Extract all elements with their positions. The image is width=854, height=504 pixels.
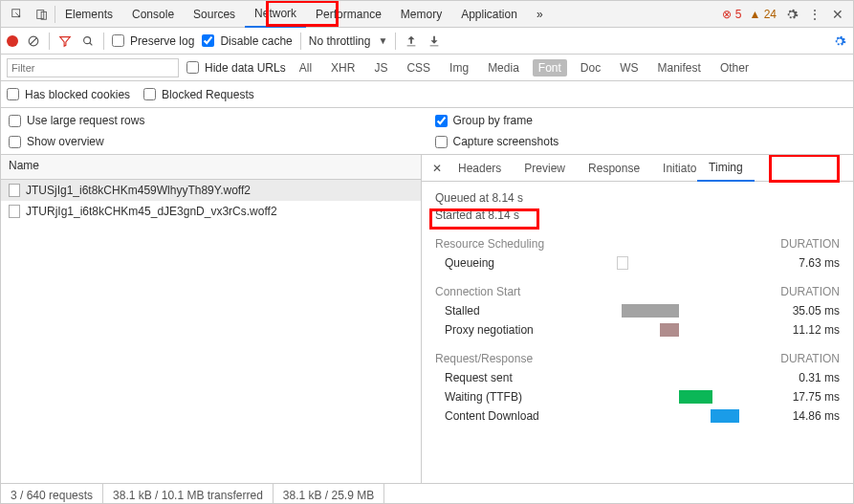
- throttle-label: No throttling: [309, 34, 371, 48]
- filter-other[interactable]: Other: [714, 59, 755, 77]
- table-row[interactable]: JTURjIg1_i6t8kCHKm45_dJE3gnD_vx3rCs.woff…: [1, 201, 421, 222]
- capture-shots-checkbox[interactable]: Capture screenshots: [435, 135, 846, 148]
- started-at: Started at 8.14 s: [435, 208, 840, 222]
- preserve-log-checkbox[interactable]: Preserve log: [112, 34, 194, 48]
- tab-elements[interactable]: Elements: [55, 1, 122, 28]
- kebab-menu-icon[interactable]: ⋮: [807, 7, 822, 22]
- column-header-name[interactable]: Name: [1, 155, 421, 180]
- blocked-requests-label: Blocked Requests: [162, 88, 254, 101]
- tab-sources[interactable]: Sources: [184, 1, 245, 28]
- filter-manifest[interactable]: Manifest: [652, 59, 707, 77]
- timing-row: Request sent0.31 ms: [435, 371, 840, 384]
- blocked-cookies-checkbox[interactable]: Has blocked cookies: [7, 88, 130, 101]
- file-icon: [9, 205, 20, 218]
- filter-doc[interactable]: Doc: [575, 59, 606, 77]
- close-detail-icon[interactable]: ✕: [427, 162, 447, 175]
- close-icon[interactable]: ✕: [830, 7, 845, 22]
- filter-ws[interactable]: WS: [614, 59, 644, 77]
- group-frame-label: Group by frame: [453, 114, 533, 127]
- tab-more[interactable]: »: [527, 1, 553, 28]
- tab-preview[interactable]: Preview: [513, 155, 577, 182]
- error-count[interactable]: ⊗ 5: [722, 8, 741, 21]
- file-icon: [9, 184, 20, 197]
- tab-application[interactable]: Application: [451, 1, 527, 28]
- warning-count[interactable]: ▲ 24: [749, 8, 777, 21]
- show-overview-label: Show overview: [27, 135, 104, 148]
- large-rows-label: Use large request rows: [27, 114, 144, 127]
- warning-num: 24: [764, 8, 777, 21]
- tab-network[interactable]: Network: [245, 1, 306, 28]
- search-icon[interactable]: [80, 33, 96, 49]
- table-row[interactable]: JTUSjIg1_i6t8kCHKm459WlhyyTh89Y.woff2: [1, 180, 421, 201]
- tab-console[interactable]: Console: [122, 1, 184, 28]
- status-resources: 38.1 kB / 25.9 MB: [274, 484, 384, 504]
- capture-shots-label: Capture screenshots: [453, 135, 559, 148]
- record-button[interactable]: [7, 35, 18, 47]
- queued-at: Queued at 8.14 s: [435, 191, 840, 205]
- large-rows-checkbox[interactable]: Use large request rows: [9, 114, 420, 127]
- device-toggle-icon[interactable]: [30, 2, 55, 27]
- svg-point-4: [84, 36, 91, 43]
- filter-xhr[interactable]: XHR: [325, 59, 361, 77]
- filter-css[interactable]: CSS: [401, 59, 436, 77]
- tab-headers[interactable]: Headers: [447, 155, 513, 182]
- timing-row: Waiting (TTFB)17.75 ms: [435, 390, 840, 404]
- section-title: Resource Scheduling: [435, 237, 544, 251]
- timing-row: Content Download14.86 ms: [435, 409, 840, 423]
- blocked-cookies-label: Has blocked cookies: [25, 88, 130, 101]
- tab-response[interactable]: Response: [577, 155, 651, 182]
- disable-cache-label: Disable cache: [220, 34, 292, 48]
- annotation-box: [769, 155, 840, 183]
- upload-icon[interactable]: [404, 33, 419, 49]
- duration-header: DURATION: [780, 352, 840, 365]
- filter-all[interactable]: All: [294, 59, 318, 77]
- show-overview-checkbox[interactable]: Show overview: [9, 135, 420, 148]
- gear-icon[interactable]: [784, 7, 799, 22]
- disable-cache-checkbox[interactable]: Disable cache: [202, 34, 292, 48]
- preserve-log-label: Preserve log: [130, 34, 194, 48]
- group-frame-checkbox[interactable]: Group by frame: [435, 114, 846, 127]
- filter-input[interactable]: [7, 58, 179, 77]
- filter-img[interactable]: Img: [444, 59, 474, 77]
- blocked-requests-checkbox[interactable]: Blocked Requests: [143, 88, 254, 101]
- section-title: Request/Response: [435, 352, 533, 365]
- filter-icon[interactable]: [57, 33, 73, 49]
- file-name: JTUSjIg1_i6t8kCHKm459WlhyyTh89Y.woff2: [26, 184, 251, 197]
- status-transferred: 38.1 kB / 10.1 MB transferred: [103, 484, 274, 504]
- error-num: 5: [735, 8, 742, 21]
- timing-row: Queueing7.63 ms: [435, 256, 840, 270]
- tab-timing[interactable]: Timing: [697, 155, 755, 182]
- tab-initiator[interactable]: Initiator: [651, 155, 697, 182]
- hide-data-urls-checkbox[interactable]: Hide data URLs: [186, 61, 286, 75]
- timing-row: Stalled35.05 ms: [435, 304, 840, 318]
- status-requests: 3 / 640 requests: [1, 484, 103, 504]
- hide-data-urls-label: Hide data URLs: [205, 61, 286, 75]
- filter-font[interactable]: Font: [533, 59, 567, 77]
- settings-icon[interactable]: [832, 33, 847, 49]
- throttle-select[interactable]: No throttling▼: [309, 34, 388, 48]
- timing-row: Proxy negotiation11.12 ms: [435, 323, 840, 337]
- filter-js[interactable]: JS: [368, 59, 393, 77]
- file-name: JTURjIg1_i6t8kCHKm45_dJE3gnD_vx3rCs.woff…: [26, 205, 277, 218]
- duration-header: DURATION: [780, 237, 840, 251]
- inspect-icon[interactable]: [5, 2, 30, 27]
- clear-icon[interactable]: [26, 33, 41, 49]
- tab-memory[interactable]: Memory: [391, 1, 451, 28]
- download-icon[interactable]: [427, 33, 442, 49]
- tab-performance[interactable]: Performance: [306, 1, 391, 28]
- filter-media[interactable]: Media: [482, 59, 525, 77]
- section-title: Connection Start: [435, 285, 520, 298]
- duration-header: DURATION: [780, 285, 840, 298]
